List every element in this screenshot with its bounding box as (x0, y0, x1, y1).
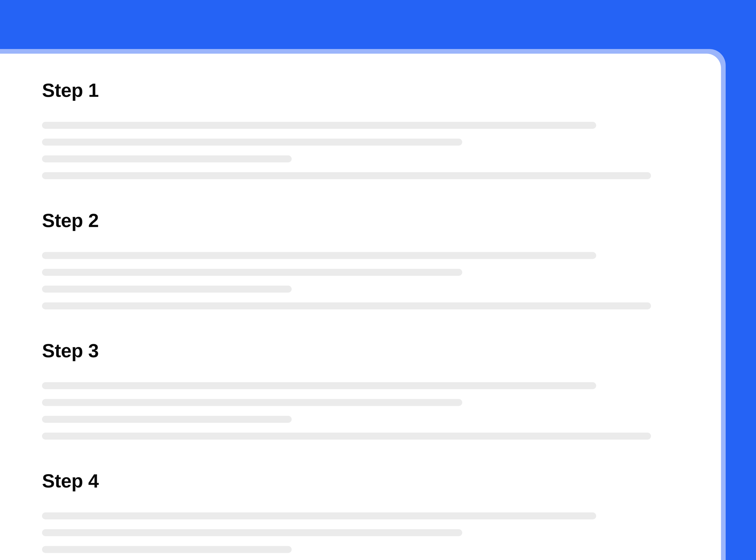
step-block-2: Step 2 (42, 209, 651, 309)
step-block-1: Step 1 (42, 79, 651, 179)
placeholder-line (42, 433, 651, 440)
placeholder-line (42, 252, 596, 259)
step-block-3: Step 3 (42, 340, 651, 440)
placeholder-line (42, 529, 462, 536)
placeholder-line (42, 155, 292, 162)
step-block-4: Step 4 (42, 470, 651, 560)
placeholder-line (42, 286, 292, 293)
placeholder-line (42, 139, 462, 146)
content-card: Step 1 Step 2 Step 3 (0, 54, 721, 560)
placeholder-line (42, 399, 462, 406)
placeholder-line (42, 382, 596, 389)
placeholder-text-block (42, 513, 651, 560)
step-title-1: Step 1 (42, 79, 651, 101)
placeholder-text-block (42, 252, 651, 309)
placeholder-text-block (42, 122, 651, 179)
step-title-4: Step 4 (42, 470, 651, 492)
step-title-2: Step 2 (42, 209, 651, 232)
placeholder-line (42, 302, 651, 309)
card-outer-border: Step 1 Step 2 Step 3 (0, 49, 726, 560)
placeholder-line (42, 416, 292, 423)
placeholder-line (42, 546, 292, 553)
placeholder-line (42, 513, 596, 519)
placeholder-line (42, 172, 651, 179)
step-title-3: Step 3 (42, 340, 651, 362)
placeholder-text-block (42, 382, 651, 440)
placeholder-line (42, 269, 462, 276)
placeholder-line (42, 122, 596, 129)
